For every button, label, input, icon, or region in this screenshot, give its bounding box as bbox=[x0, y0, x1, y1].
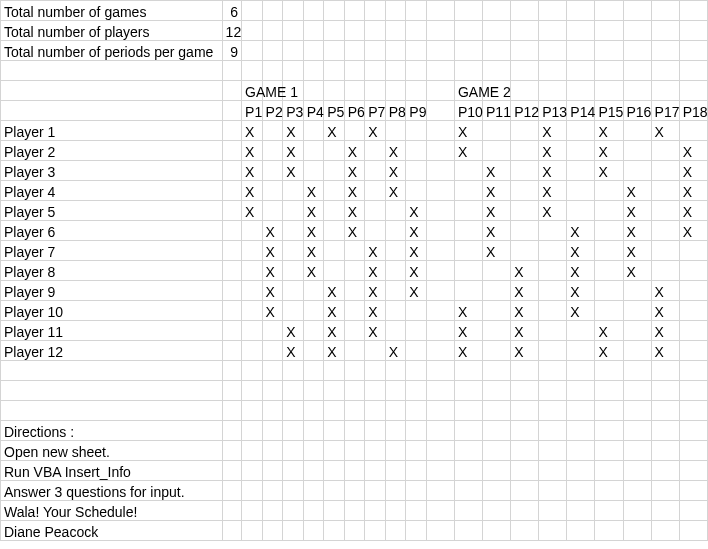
schedule-mark: X bbox=[483, 241, 511, 261]
schedule-mark bbox=[385, 201, 406, 221]
period-header: P1 bbox=[242, 101, 263, 121]
total-periods-value: 9 bbox=[222, 41, 241, 61]
schedule-mark: X bbox=[365, 281, 386, 301]
schedule-mark: X bbox=[406, 201, 427, 221]
schedule-mark bbox=[567, 141, 595, 161]
schedule-mark: X bbox=[406, 281, 427, 301]
schedule-mark bbox=[242, 221, 263, 241]
schedule-mark: X bbox=[651, 341, 679, 361]
schedule-mark bbox=[567, 181, 595, 201]
schedule-mark: X bbox=[483, 161, 511, 181]
schedule-mark bbox=[385, 321, 406, 341]
schedule-mark bbox=[567, 321, 595, 341]
schedule-mark bbox=[511, 161, 539, 181]
schedule-mark: X bbox=[483, 221, 511, 241]
schedule-mark bbox=[567, 121, 595, 141]
schedule-mark: X bbox=[623, 221, 651, 241]
schedule-mark bbox=[324, 181, 345, 201]
schedule-mark bbox=[426, 121, 454, 141]
schedule-mark: X bbox=[242, 141, 263, 161]
schedule-mark bbox=[324, 221, 345, 241]
schedule-mark bbox=[567, 201, 595, 221]
schedule-mark bbox=[454, 161, 482, 181]
schedule-mark bbox=[426, 261, 454, 281]
schedule-mark bbox=[426, 221, 454, 241]
player-name: Player 10 bbox=[1, 301, 223, 321]
schedule-mark: X bbox=[283, 141, 304, 161]
schedule-mark: X bbox=[344, 141, 365, 161]
schedule-mark bbox=[511, 201, 539, 221]
schedule-mark bbox=[483, 341, 511, 361]
schedule-mark bbox=[539, 321, 567, 341]
schedule-mark: X bbox=[365, 301, 386, 321]
schedule-mark bbox=[651, 261, 679, 281]
schedule-mark: X bbox=[567, 281, 595, 301]
schedule-mark bbox=[539, 241, 567, 261]
schedule-mark bbox=[539, 281, 567, 301]
schedule-mark: X bbox=[511, 301, 539, 321]
schedule-mark bbox=[324, 141, 345, 161]
total-players-label: Total number of players bbox=[1, 21, 223, 41]
schedule-mark bbox=[679, 301, 707, 321]
schedule-mark bbox=[511, 181, 539, 201]
schedule-mark: X bbox=[406, 261, 427, 281]
schedule-mark bbox=[406, 121, 427, 141]
schedule-mark bbox=[623, 301, 651, 321]
schedule-mark bbox=[406, 161, 427, 181]
schedule-mark: X bbox=[303, 201, 324, 221]
schedule-mark: X bbox=[344, 181, 365, 201]
period-header: P13 bbox=[539, 101, 567, 121]
schedule-mark bbox=[539, 261, 567, 281]
schedule-mark bbox=[283, 281, 304, 301]
schedule-mark bbox=[567, 341, 595, 361]
schedule-mark bbox=[385, 261, 406, 281]
schedule-mark bbox=[651, 201, 679, 221]
schedule-mark bbox=[426, 241, 454, 261]
schedule-mark: X bbox=[303, 181, 324, 201]
schedule-mark bbox=[426, 301, 454, 321]
schedule-mark: X bbox=[365, 261, 386, 281]
schedule-mark bbox=[595, 281, 623, 301]
schedule-mark bbox=[262, 341, 283, 361]
schedule-mark: X bbox=[324, 341, 345, 361]
schedule-mark bbox=[511, 141, 539, 161]
period-header: P7 bbox=[365, 101, 386, 121]
schedule-mark: X bbox=[567, 241, 595, 261]
schedule-mark bbox=[283, 241, 304, 261]
schedule-mark: X bbox=[567, 221, 595, 241]
schedule-mark bbox=[242, 321, 263, 341]
schedule-mark: X bbox=[454, 321, 482, 341]
schedule-mark bbox=[426, 161, 454, 181]
schedule-mark: X bbox=[262, 261, 283, 281]
schedule-mark bbox=[344, 321, 365, 341]
period-header: P6 bbox=[344, 101, 365, 121]
schedule-mark: X bbox=[262, 281, 283, 301]
schedule-mark bbox=[454, 281, 482, 301]
schedule-mark bbox=[651, 221, 679, 241]
schedule-mark: X bbox=[679, 181, 707, 201]
schedule-mark bbox=[406, 301, 427, 321]
schedule-mark bbox=[483, 121, 511, 141]
schedule-mark: X bbox=[385, 141, 406, 161]
schedule-mark bbox=[426, 181, 454, 201]
schedule-mark: X bbox=[262, 221, 283, 241]
game-2-header: GAME 2 bbox=[454, 81, 482, 101]
directions-line: Run VBA Insert_Info bbox=[1, 461, 223, 481]
schedule-mark bbox=[242, 301, 263, 321]
period-header: P9 bbox=[406, 101, 427, 121]
schedule-mark bbox=[623, 281, 651, 301]
schedule-mark bbox=[651, 181, 679, 201]
schedule-mark bbox=[262, 321, 283, 341]
schedule-mark bbox=[242, 261, 263, 281]
schedule-mark bbox=[567, 161, 595, 181]
player-name: Player 9 bbox=[1, 281, 223, 301]
schedule-mark bbox=[324, 241, 345, 261]
player-name: Player 4 bbox=[1, 181, 223, 201]
schedule-mark: X bbox=[623, 261, 651, 281]
schedule-mark: X bbox=[303, 221, 324, 241]
schedule-mark: X bbox=[651, 281, 679, 301]
schedule-mark bbox=[365, 161, 386, 181]
player-name: Player 11 bbox=[1, 321, 223, 341]
schedule-mark bbox=[623, 121, 651, 141]
schedule-mark bbox=[303, 301, 324, 321]
